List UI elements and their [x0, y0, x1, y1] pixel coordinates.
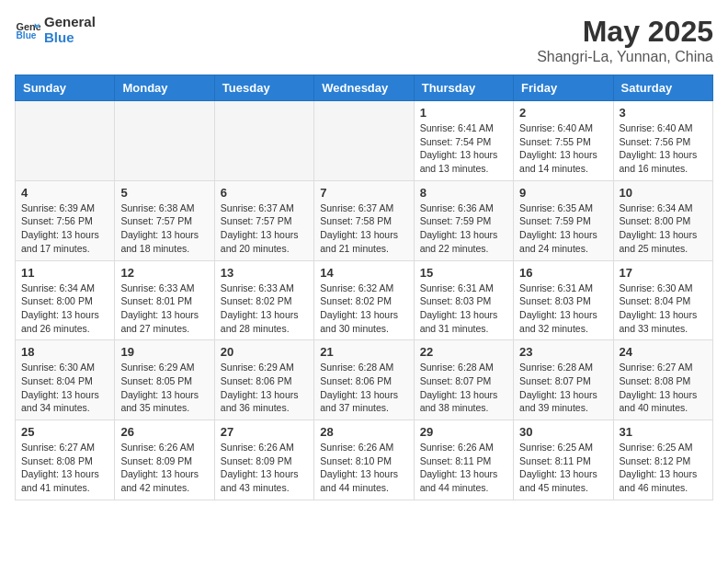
- day-number: 20: [221, 345, 308, 359]
- weekday-header: Tuesday: [214, 75, 313, 101]
- calendar-cell: 7Sunrise: 6:37 AM Sunset: 7:58 PM Daylig…: [314, 180, 414, 260]
- day-number: 8: [420, 186, 507, 200]
- calendar-cell: 6Sunrise: 6:37 AM Sunset: 7:57 PM Daylig…: [214, 180, 313, 260]
- logo-text-blue: Blue: [44, 30, 96, 46]
- calendar-cell: 29Sunrise: 6:26 AM Sunset: 8:11 PM Dayli…: [414, 420, 513, 500]
- calendar-cell: [214, 101, 313, 181]
- day-info: Sunrise: 6:32 AM Sunset: 8:02 PM Dayligh…: [320, 282, 407, 336]
- weekday-header: Sunday: [16, 75, 115, 101]
- weekday-header: Monday: [115, 75, 214, 101]
- calendar-cell: 8Sunrise: 6:36 AM Sunset: 7:59 PM Daylig…: [414, 180, 513, 260]
- calendar-cell: 10Sunrise: 6:34 AM Sunset: 8:00 PM Dayli…: [613, 180, 712, 260]
- day-info: Sunrise: 6:28 AM Sunset: 8:07 PM Dayligh…: [519, 361, 607, 415]
- location: Shangri-La, Yunnan, China: [537, 49, 713, 65]
- calendar-cell: [314, 101, 414, 181]
- day-number: 23: [519, 345, 607, 359]
- day-info: Sunrise: 6:26 AM Sunset: 8:09 PM Dayligh…: [120, 441, 208, 495]
- calendar-cell: 4Sunrise: 6:39 AM Sunset: 7:56 PM Daylig…: [16, 180, 115, 260]
- calendar-cell: 31Sunrise: 6:25 AM Sunset: 8:12 PM Dayli…: [613, 420, 712, 500]
- calendar-cell: 13Sunrise: 6:33 AM Sunset: 8:02 PM Dayli…: [214, 260, 313, 340]
- day-number: 18: [21, 345, 108, 359]
- day-number: 22: [420, 345, 507, 359]
- day-number: 30: [519, 425, 607, 439]
- day-number: 7: [320, 186, 407, 200]
- calendar-cell: 30Sunrise: 6:25 AM Sunset: 8:11 PM Dayli…: [514, 420, 613, 500]
- day-info: Sunrise: 6:39 AM Sunset: 7:56 PM Dayligh…: [21, 201, 108, 256]
- calendar-week-row: 1Sunrise: 6:41 AM Sunset: 7:54 PM Daylig…: [16, 101, 713, 181]
- day-info: Sunrise: 6:34 AM Sunset: 8:00 PM Dayligh…: [620, 201, 707, 256]
- calendar-cell: [16, 101, 115, 181]
- calendar-cell: 9Sunrise: 6:35 AM Sunset: 7:59 PM Daylig…: [514, 180, 613, 260]
- day-number: 5: [120, 186, 208, 200]
- day-number: 13: [221, 266, 308, 280]
- weekday-header-row: SundayMondayTuesdayWednesdayThursdayFrid…: [16, 75, 713, 101]
- day-info: Sunrise: 6:25 AM Sunset: 8:11 PM Dayligh…: [519, 441, 607, 495]
- day-number: 9: [519, 186, 607, 200]
- day-info: Sunrise: 6:28 AM Sunset: 8:07 PM Dayligh…: [420, 361, 507, 415]
- month-year: May 2025: [537, 15, 713, 49]
- day-info: Sunrise: 6:38 AM Sunset: 7:57 PM Dayligh…: [120, 201, 208, 256]
- day-info: Sunrise: 6:31 AM Sunset: 8:03 PM Dayligh…: [420, 282, 507, 336]
- calendar-cell: 26Sunrise: 6:26 AM Sunset: 8:09 PM Dayli…: [115, 420, 214, 500]
- day-number: 3: [620, 106, 707, 120]
- day-info: Sunrise: 6:40 AM Sunset: 7:55 PM Dayligh…: [519, 121, 607, 176]
- calendar-week-row: 25Sunrise: 6:27 AM Sunset: 8:08 PM Dayli…: [16, 420, 713, 500]
- day-number: 12: [120, 266, 208, 280]
- weekday-header: Wednesday: [314, 75, 414, 101]
- day-number: 1: [420, 106, 507, 120]
- calendar-cell: 17Sunrise: 6:30 AM Sunset: 8:04 PM Dayli…: [613, 260, 712, 340]
- calendar-cell: 15Sunrise: 6:31 AM Sunset: 8:03 PM Dayli…: [414, 260, 513, 340]
- calendar-cell: 27Sunrise: 6:26 AM Sunset: 8:09 PM Dayli…: [214, 420, 313, 500]
- day-info: Sunrise: 6:36 AM Sunset: 7:59 PM Dayligh…: [420, 201, 507, 256]
- day-number: 31: [620, 425, 707, 439]
- calendar-week-row: 11Sunrise: 6:34 AM Sunset: 8:00 PM Dayli…: [16, 260, 713, 340]
- logo-text-general: General: [44, 15, 96, 30]
- day-info: Sunrise: 6:29 AM Sunset: 8:05 PM Dayligh…: [120, 361, 208, 415]
- day-number: 16: [519, 266, 607, 280]
- day-number: 17: [620, 266, 707, 280]
- day-number: 24: [620, 345, 707, 359]
- calendar-table: SundayMondayTuesdayWednesdayThursdayFrid…: [15, 75, 713, 500]
- day-info: Sunrise: 6:35 AM Sunset: 7:59 PM Dayligh…: [519, 201, 607, 256]
- calendar-cell: 5Sunrise: 6:38 AM Sunset: 7:57 PM Daylig…: [115, 180, 214, 260]
- day-info: Sunrise: 6:41 AM Sunset: 7:54 PM Dayligh…: [420, 121, 507, 176]
- day-info: Sunrise: 6:40 AM Sunset: 7:56 PM Dayligh…: [620, 121, 707, 176]
- day-info: Sunrise: 6:30 AM Sunset: 8:04 PM Dayligh…: [620, 282, 707, 336]
- day-info: Sunrise: 6:26 AM Sunset: 8:09 PM Dayligh…: [221, 441, 308, 495]
- day-number: 11: [21, 266, 108, 280]
- calendar-cell: 1Sunrise: 6:41 AM Sunset: 7:54 PM Daylig…: [414, 101, 513, 181]
- calendar-cell: 21Sunrise: 6:28 AM Sunset: 8:06 PM Dayli…: [314, 340, 414, 420]
- day-info: Sunrise: 6:26 AM Sunset: 8:10 PM Dayligh…: [320, 441, 407, 495]
- calendar-cell: 12Sunrise: 6:33 AM Sunset: 8:01 PM Dayli…: [115, 260, 214, 340]
- calendar-cell: 28Sunrise: 6:26 AM Sunset: 8:10 PM Dayli…: [314, 420, 414, 500]
- day-number: 6: [221, 186, 308, 200]
- page-header: General Blue General Blue May 2025 Shang…: [15, 15, 713, 65]
- day-info: Sunrise: 6:34 AM Sunset: 8:00 PM Dayligh…: [21, 282, 108, 336]
- day-number: 4: [21, 186, 108, 200]
- logo: General Blue General Blue: [15, 15, 96, 45]
- day-info: Sunrise: 6:33 AM Sunset: 8:01 PM Dayligh…: [120, 282, 208, 336]
- calendar-cell: [115, 101, 214, 181]
- day-number: 14: [320, 266, 407, 280]
- day-number: 28: [320, 425, 407, 439]
- day-number: 19: [120, 345, 208, 359]
- calendar-cell: 20Sunrise: 6:29 AM Sunset: 8:06 PM Dayli…: [214, 340, 313, 420]
- day-info: Sunrise: 6:37 AM Sunset: 7:57 PM Dayligh…: [221, 201, 308, 256]
- day-number: 10: [620, 186, 707, 200]
- calendar-cell: 11Sunrise: 6:34 AM Sunset: 8:00 PM Dayli…: [16, 260, 115, 340]
- day-info: Sunrise: 6:27 AM Sunset: 8:08 PM Dayligh…: [21, 441, 108, 495]
- calendar-cell: 22Sunrise: 6:28 AM Sunset: 8:07 PM Dayli…: [414, 340, 513, 420]
- day-info: Sunrise: 6:26 AM Sunset: 8:11 PM Dayligh…: [420, 441, 507, 495]
- calendar-week-row: 18Sunrise: 6:30 AM Sunset: 8:04 PM Dayli…: [16, 340, 713, 420]
- calendar-cell: 14Sunrise: 6:32 AM Sunset: 8:02 PM Dayli…: [314, 260, 414, 340]
- day-number: 25: [21, 425, 108, 439]
- day-number: 26: [120, 425, 208, 439]
- day-number: 21: [320, 345, 407, 359]
- title-block: May 2025 Shangri-La, Yunnan, China: [537, 15, 713, 65]
- day-info: Sunrise: 6:27 AM Sunset: 8:08 PM Dayligh…: [620, 361, 707, 415]
- calendar-cell: 19Sunrise: 6:29 AM Sunset: 8:05 PM Dayli…: [115, 340, 214, 420]
- day-info: Sunrise: 6:37 AM Sunset: 7:58 PM Dayligh…: [320, 201, 407, 256]
- day-number: 15: [420, 266, 507, 280]
- logo-icon: General Blue: [15, 17, 40, 43]
- day-info: Sunrise: 6:30 AM Sunset: 8:04 PM Dayligh…: [21, 361, 108, 415]
